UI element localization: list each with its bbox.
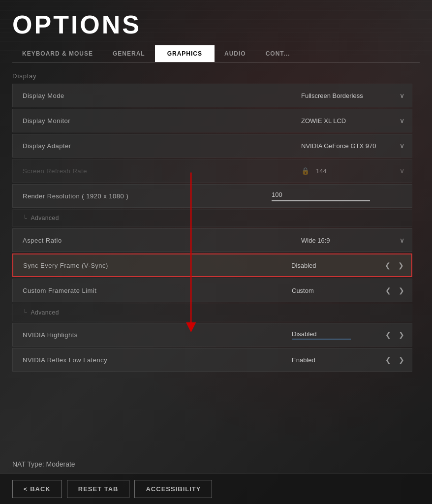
vsync-right-btn[interactable]: ❯ [396,259,406,272]
nat-section: NAT Type: Moderate [0,452,432,473]
display-monitor-label: Display Monitor [13,111,294,130]
vsync-label: Sync Every Frame (V-Sync) [13,256,284,275]
nvidia-reflex-label: NVIDIA Reflex Low Latency [13,350,284,370]
setting-row-aspect-ratio: Aspect Ratio Wide 16:9 ∨ [12,228,412,252]
settings-area: Display Display Mode Fullscreen Borderle… [0,63,432,452]
framerate-label: Custom Framerate Limit [13,281,284,300]
accessibility-button[interactable]: Accessibility [134,480,212,498]
framerate-right-btn[interactable]: ❯ [396,284,407,297]
nvidia-reflex-right-btn[interactable]: ❯ [396,353,407,366]
tab-graphics[interactable]: GRAPHICS [155,45,215,62]
setting-row-render-resolution: Render Resolution ( 1920 x 1080 ) 100 [12,184,412,208]
nvidia-highlights-left-btn[interactable]: ❮ [383,328,394,341]
back-button[interactable]: < Back [12,480,62,498]
reset-tab-button[interactable]: Reset Tab [67,480,130,498]
tab-general[interactable]: GENERAL [103,45,155,62]
display-adapter-chevron[interactable]: ∨ [392,136,412,156]
bottom-bar: < Back Reset Tab Accessibility [0,473,432,504]
refresh-rate-value: 🔒 144 [294,161,392,181]
nvidia-reflex-left-btn[interactable]: ❮ [383,353,394,366]
refresh-rate-chevron: ∨ [392,161,412,181]
display-monitor-value: ZOWIE XL LCD [294,111,392,130]
render-resolution-label: Render Resolution ( 1920 x 1080 ) [13,187,264,206]
framerate-value-group: Custom [284,281,383,300]
vsync-left-btn[interactable]: ❮ [382,259,393,272]
refresh-rate-label: Screen Refresh Rate [13,161,294,181]
scroll-container[interactable]: Display Display Mode Fullscreen Borderle… [12,72,420,447]
vsync-value-group: Disabled [284,256,382,275]
nvidia-reflex-value: Enabled [292,356,315,364]
advanced-row-2[interactable]: └ Advanced [12,304,412,321]
advanced-label-2: Advanced [31,309,59,316]
framerate-value: Custom [292,287,314,294]
nvidia-highlights-label: NVIDIA Highlights [13,325,284,345]
tab-controls[interactable]: CONT... [256,45,300,62]
setting-row-display-monitor: Display Monitor ZOWIE XL LCD ∨ [12,109,412,132]
vsync-value: Disabled [291,262,316,269]
nvidia-highlights-value: Disabled [292,330,351,338]
nat-type-text: NAT Type: Moderate [12,460,75,468]
aspect-ratio-chevron[interactable]: ∨ [392,230,412,250]
setting-row-nvidia-highlights: NVIDIA Highlights Disabled ❮ ❯ [12,323,412,346]
render-resolution-slider[interactable] [272,200,370,201]
aspect-ratio-value: Wide 16:9 [294,231,392,250]
vsync-controls: ❮ ❯ [382,259,411,272]
setting-row-refresh-rate: Screen Refresh Rate 🔒 144 ∨ [12,159,412,183]
setting-row-display-adapter: Display Adapter NVIDIA GeForce GTX 970 ∨ [12,134,412,158]
display-adapter-value: NVIDIA GeForce GTX 970 [294,136,392,156]
nvidia-highlights-controls: ❮ ❯ [383,328,412,341]
setting-row-framerate: Custom Framerate Limit Custom ❮ ❯ [12,279,412,302]
display-mode-chevron[interactable]: ∨ [392,86,412,105]
aspect-ratio-label: Aspect Ratio [13,231,294,250]
nvidia-reflex-controls: ❮ ❯ [383,353,412,366]
display-mode-value: Fullscreen Borderless [294,86,392,105]
setting-row-vsync: Sync Every Frame (V-Sync) Disabled ❮ ❯ [12,253,412,277]
display-adapter-label: Display Adapter [13,136,294,156]
bracket-icon-2: └ [23,309,27,316]
setting-row-display-mode: Display Mode Fullscreen Borderless ∨ [12,84,412,107]
bracket-icon-1: └ [23,215,27,221]
render-resolution-control: 100 [264,185,412,207]
advanced-row-1[interactable]: └ Advanced [12,209,412,227]
tab-keyboard[interactable]: KEYBOARD & MOUSE [12,45,103,62]
display-monitor-chevron[interactable]: ∨ [392,111,412,130]
tab-audio[interactable]: AUDIO [215,45,256,62]
display-section-label: Display [12,72,412,80]
framerate-left-btn[interactable]: ❮ [383,284,394,297]
framerate-controls: ❮ ❯ [383,284,412,297]
display-mode-label: Display Mode [13,86,294,105]
setting-row-nvidia-reflex: NVIDIA Reflex Low Latency Enabled ❮ ❯ [12,348,412,372]
lock-icon: 🔒 [301,167,309,175]
nvidia-highlights-right-btn[interactable]: ❯ [396,328,407,341]
nvidia-highlights-value-group: Disabled [284,324,383,346]
nvidia-reflex-value-group: Enabled [284,350,383,370]
header: OPTIONS KEYBOARD & MOUSE GENERAL GRAPHIC… [0,0,432,63]
nav-tabs: KEYBOARD & MOUSE GENERAL GRAPHICS AUDIO … [12,45,420,63]
page-title: OPTIONS [12,10,420,39]
advanced-label-1: Advanced [31,215,59,221]
